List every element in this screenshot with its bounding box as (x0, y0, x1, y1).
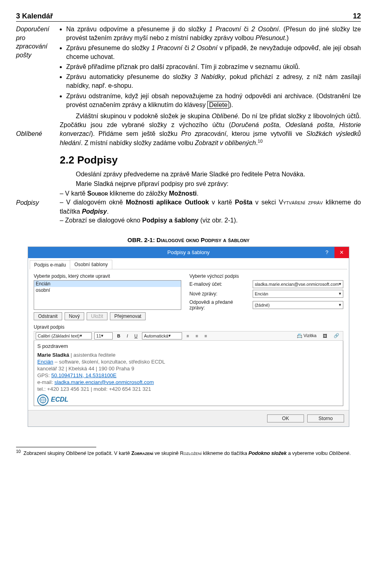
margin-notes: Doporučení pro zpracování pošty Oblíbené… (16, 25, 54, 229)
margin-note-1c: zpracování (16, 43, 47, 50)
margin-note-2: Oblíbené (16, 129, 54, 138)
account-label: E-mailový účet: (189, 281, 249, 287)
margin-note-3: Podpisy (16, 198, 54, 207)
ecdl-logo-icon (37, 394, 49, 406)
tab-email-signature[interactable]: Podpis e-mailu (30, 260, 70, 269)
margin-note-1d: pošty (16, 52, 31, 59)
list-item: Zprávu automaticky přesuneme do složky 3… (66, 73, 361, 90)
tab-personal-templates[interactable]: Osobní šablony (70, 260, 112, 269)
signature-editor[interactable]: S pozdravem Marie Sladká | asistentka ře… (34, 341, 343, 406)
delete-button[interactable]: Odstranit (34, 312, 62, 320)
align-left-button[interactable]: ≡ (184, 333, 191, 339)
color-combo[interactable]: Automatická▾ (142, 332, 182, 339)
list-item: Zprávu odstraníme, když její obsah nepov… (66, 92, 361, 109)
margin-note-1b: pro (16, 34, 25, 41)
new-messages-label: Nové zprávy: (189, 291, 249, 297)
image-button[interactable]: 🖼 (321, 333, 329, 339)
signatures-dialog: Podpisy a šablony ? × Podpis e-mailu Oso… (28, 247, 349, 427)
recommendations-list: Na zprávu odpovíme a přesuneme ji do slo… (60, 25, 361, 109)
align-right-button[interactable]: ≡ (203, 333, 209, 339)
chevron-down-icon: ▾ (80, 333, 82, 338)
list-item[interactable]: osobní (34, 287, 181, 293)
rename-button[interactable]: Přejmenovat (110, 312, 146, 320)
size-combo[interactable]: 11▾ (94, 332, 113, 339)
header-right: 12 (353, 12, 361, 20)
chevron-down-icon: ▾ (339, 302, 341, 307)
list-item: Zprávu přesuneme do složky 1 Pracovní či… (66, 44, 361, 61)
choose-signature-label: Vyberte podpis, který chcete upravit (34, 273, 181, 279)
list-item: Zprávě přiřadíme příznak pro další zprac… (66, 63, 361, 71)
replies-combo[interactable]: (žádné)▾ (253, 301, 343, 309)
bold-button[interactable]: B (115, 333, 122, 339)
ok-button[interactable]: OK (267, 414, 304, 422)
chevron-down-icon: ▾ (339, 291, 341, 296)
footnote: 10 Zobrazení skupiny Oblíbené lze potlač… (16, 449, 361, 457)
footnote-ref: 10 (258, 139, 263, 143)
replies-label: Odpovědi a předané zprávy: (189, 299, 249, 311)
para-steps-intro: Marie Sladká nejprve připraví podpisy pr… (60, 180, 361, 188)
account-combo[interactable]: sladka.marie.encian@vse.onmicrosoft.com▾ (253, 280, 343, 288)
dialog-title: Podpisy a šablony (167, 249, 210, 255)
step-item: – V kartě Soubor klikneme do záložky Mož… (60, 189, 361, 198)
list-item[interactable]: Encián (34, 281, 181, 287)
figure-caption: OBR. 2-1: Dialogové okno Podpisy a šablo… (16, 236, 361, 243)
section-heading: 2.2 Podpisy (60, 153, 361, 168)
new-messages-combo[interactable]: Encián▾ (253, 290, 343, 298)
default-signature-label: Vyberte výchozí podpis (189, 273, 343, 279)
para-intro: Odeslání zprávy předvedeme na zprávě Mar… (60, 170, 361, 179)
signature-toolbar: Calibri (Základní text)▾ 11▾ B I U Autom… (34, 331, 343, 341)
chevron-down-icon: ▾ (168, 333, 171, 338)
edit-signature-label: Upravit podpis (34, 324, 343, 330)
font-combo[interactable]: Calibri (Základní text)▾ (36, 332, 92, 339)
align-center-button[interactable]: ≡ (193, 333, 200, 339)
new-button[interactable]: Nový (65, 312, 84, 320)
margin-note-1a: Doporučení (16, 26, 49, 32)
business-card-button[interactable]: 📇 Vizitka (295, 333, 318, 339)
chevron-down-icon: ▾ (101, 333, 103, 338)
header-left: 3 Kalendář (16, 12, 53, 20)
signature-listbox[interactable]: Encián osobní (34, 280, 181, 310)
chevron-down-icon: ▾ (339, 281, 341, 287)
step-item: – V dialogovém okně Možnosti aplikace Ou… (60, 198, 361, 216)
link-button[interactable]: 🔗 (332, 333, 341, 339)
cancel-button[interactable]: Storno (307, 414, 344, 422)
italic-button[interactable]: I (125, 333, 130, 339)
ecdl-text: ECDL (51, 396, 69, 404)
list-item: Na zprávu odpovíme a přesuneme ji do slo… (66, 25, 361, 42)
dialog-titlebar: Podpisy a šablony ? × (28, 247, 349, 258)
help-button[interactable]: ? (321, 247, 333, 258)
body-text: Na zprávu odpovíme a přesuneme ji do slo… (60, 25, 361, 229)
key-delete: Delete (207, 101, 229, 109)
page-header: 3 Kalendář 12 (16, 12, 361, 22)
save-button[interactable]: Uložit (87, 312, 107, 320)
underline-button[interactable]: U (132, 333, 140, 339)
step-item: – Zobrazí se dialogové okno Podpisy a ša… (60, 216, 361, 225)
footnote-separator (16, 447, 96, 447)
close-button[interactable]: × (334, 247, 349, 258)
